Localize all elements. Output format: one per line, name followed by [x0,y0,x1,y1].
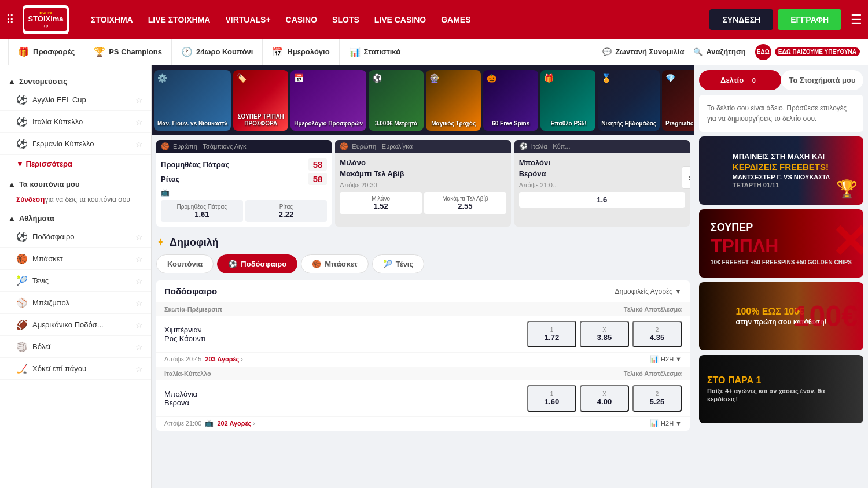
lm-odd-btn-1a[interactable]: Προμηθέας Πάτρας 1.61 [161,200,243,222]
fav-star-baseball[interactable]: ☆ [135,298,143,308]
promo-banner-1[interactable]: ΜΠΑΙΝΕΙΣ ΣΤΗ ΜΑΧΗ ΚΑΙ ΚΕΡΔΙΖΕΙΣ FREEBETS… [699,136,863,205]
subnav-hmerologio[interactable]: 📅 Ημερολόγιο [263,39,339,65]
fav-star-icon[interactable]: ☆ [135,95,143,105]
sidebar-germany-label: Γερμανία Κύπελλο [32,139,94,148]
promo-card-super-tripli[interactable]: 🏷️ ΣΟΥΠΕΡ ΤΡΙΠΛΗΠΡΟΣΦΟΡΑ [233,70,288,131]
search-icon: 🔍 [693,47,703,56]
lm-team2-1: Ρίτας [161,175,179,183]
fav-star-tennis[interactable]: ☆ [135,276,143,286]
sidebar-item-efl[interactable]: ⚽ Αγγλία EFL Cup ☆ [0,89,151,111]
promo-card-nikitis[interactable]: 🏅 Νικητής Εβδομάδας [598,70,660,131]
odd-1-btn-2[interactable]: 1 1.60 [527,385,576,412]
tab-couponia[interactable]: Κουπόνια [156,254,214,273]
odd-X-btn[interactable]: X 3.85 [580,321,629,347]
promo-banner-4[interactable]: ΣΤΟ ΠΑΡΑ 1 Παίξε 4+ αγώνες και αν χάσεις… [699,355,863,423]
lm-body-1: Προμηθέας Πάτρας 58 Ρίτας 58 📺 Προμηθέας… [156,153,332,227]
lm-odd-btn-2a[interactable]: Μιλάνο 1.52 [340,192,422,214]
fav-star-icon-3[interactable]: ☆ [135,139,143,149]
subnav-prosfores[interactable]: 🎁 Προσφορές [8,39,84,65]
lm-odd-label-2a: Μιλάνο [342,195,420,202]
sidebar-item-tennis[interactable]: 🎾 Τένις ☆ [0,270,151,292]
promo-banner-3[interactable]: 100% ΕΩΣ 100€ στην πρώτη σου κατάθεση! 1… [699,282,863,350]
subnav-right: 💬 Ζωντανή Συνομιλία 🔍 Αναζήτηση ΕΔΩ ΕΔΩ … [602,44,860,60]
promo-card-hmerologio[interactable]: 📅 Ημερολόγιο Προσφορών [290,70,366,131]
search-item[interactable]: 🔍 Αναζήτηση [693,47,745,56]
grid-icon[interactable]: ⠿ [6,13,14,27]
odd-X-btn-2[interactable]: X 4.00 [580,385,629,412]
basketball-live-icon-2: 🏀 [340,142,348,150]
odd-1-btn[interactable]: 1 1.72 [527,321,576,347]
fav-star-basketball[interactable]: ☆ [135,254,143,264]
h2h-btn-2[interactable]: H2H ▼ [661,420,682,427]
nav-live-stoixima[interactable]: LIVE ΣΤΟΙΧΗΜΑ [142,12,216,28]
nav-virtuals[interactable]: VIRTUALS+ [219,12,276,28]
fav-star-hockey[interactable]: ☆ [135,364,143,374]
edw-item[interactable]: ΕΔΩ ΕΔΩ ΠΑΙΖΟΥΜΕ ΥΠΕΥΘΥΝΑ [755,44,860,60]
betslip-tab-my-bets[interactable]: Τα Στοιχήματά μου [781,70,863,90]
sport-header: Ποδόσφαιρο Δημοφιλείς Αγορές ▼ [156,280,690,302]
lm-odd-btn-2b[interactable]: Μακάμπι Τελ Αβίβ 2.55 [424,192,506,214]
shortcuts-header[interactable]: ▲ Συντομεύσεις [0,71,151,89]
main-layout: ▲ Συντομεύσεις ⚽ Αγγλία EFL Cup ☆ ⚽ Ιταλ… [0,65,868,488]
register-button[interactable]: ΕΓΓΡΑΦΗ [778,9,841,30]
logo[interactable]: nome STOiXima .gr [23,5,69,34]
login-button[interactable]: ΣΥΝΔΕΣΗ [709,9,773,30]
sidebar-item-hockey[interactable]: 🏒 Χόκεϊ επί πάγου ☆ [0,358,151,380]
chevron-up-icon: ▲ [8,77,16,86]
sidebar-item-volleyball[interactable]: 🏐 Βόλεϊ ☆ [0,336,151,358]
nav-slots[interactable]: SLOTS [326,12,365,28]
promo-card-ps-battles[interactable]: 🎁 Έπαθλο PS5! [540,70,595,131]
team1-2: Μπολόνια [164,390,523,398]
promo-card-magikos[interactable]: 🎡 Μαγικός Τροχός [426,70,481,131]
sidebar-item-germany-cup[interactable]: ⚽ Γερμανία Κύπελλο ☆ [0,133,151,155]
promo-banner-2[interactable]: ΣΟΥΠΕΡ ΤΡΙΠΛΗ 10€ FREEBET +50 FREESPINS … [699,209,863,278]
login-link[interactable]: Σύνδεση [16,195,45,204]
tab-basketball-label: Μπάσκετ [325,260,358,268]
tab-football[interactable]: ⚽ Ποδόσφαιρο [217,254,297,273]
h2h-btn-1[interactable]: H2H ▼ [661,356,682,363]
fav-star-amfoot[interactable]: ☆ [135,320,143,330]
nav-casino[interactable]: CASINO [280,12,323,28]
my-coupons-header[interactable]: ▲ Τα κουπόνια μου [0,173,151,192]
lm-odd-btn-1b[interactable]: Ρίτας 2.22 [245,200,328,222]
live-match-next-btn[interactable]: › [682,166,690,189]
promo-card-freespins[interactable]: 🎃 60 Free Spins [483,70,538,131]
clock-icon: 🕐 [181,46,193,57]
nav-stoixima[interactable]: ΣΤΟΙΧΗΜΑ [85,12,139,28]
sidebar-item-american-football[interactable]: 🏈 Αμερικάνικο Ποδόσ... ☆ [0,314,151,336]
sidebar-more-shortcuts[interactable]: ▼ Περισσότερα [0,155,151,173]
popular-markets-dropdown[interactable]: Δημοφιλείς Αγορές ▼ [615,287,682,295]
tab-basketball[interactable]: 🏀 Μπάσκετ [301,254,369,273]
promo-card-inner-2: 🏷️ ΣΟΥΠΕΡ ΤΡΙΠΛΗΠΡΟΣΦΟΡΑ [233,70,288,131]
tab-tennis[interactable]: 🎾 Τένις [372,254,424,273]
lm-odd-btn-3a[interactable]: 1.6 [519,192,685,208]
subnav-24wro[interactable]: 🕐 24ωρο Κουπόνι [172,39,263,65]
subnav-statistika[interactable]: 📊 Στατιστικά [340,39,411,65]
markets-link-1[interactable]: 203 Αγορές [205,356,239,363]
odd-2-btn-2[interactable]: 2 5.25 [632,385,682,412]
markets-link-2[interactable]: 202 Αγορές [217,420,251,427]
fav-star-football[interactable]: ☆ [135,232,143,242]
live-chat-item[interactable]: 💬 Ζωντανή Συνομιλία [602,47,684,56]
sidebar-item-baseball[interactable]: ⚾ Μπέιζμπολ ☆ [0,292,151,314]
fav-star-volleyball[interactable]: ☆ [135,342,143,352]
sports-header[interactable]: ▲ Αθλήματα [0,207,151,226]
fav-star-icon-2[interactable]: ☆ [135,117,143,127]
nav-live-casino[interactable]: LIVE CASINO [369,12,432,28]
hamburger-icon[interactable]: ☰ [851,12,862,27]
subnav-ps-champions[interactable]: 🏆 PS Champions [84,39,172,65]
sidebar-item-basketball[interactable]: 🏀 Μπάσκετ ☆ [0,248,151,270]
promo-card-ps-champions[interactable]: ⚙️ Μαν. Γιουν. vs Νιούκαστλ [154,70,231,131]
more-label: Περισσότερα [26,160,73,168]
nav-games[interactable]: GAMES [435,12,476,28]
popular-title: Δημοφιλή [170,236,219,249]
left-sidebar: ▲ Συντομεύσεις ⚽ Αγγλία EFL Cup ☆ ⚽ Ιταλ… [0,65,152,488]
odd-2-btn[interactable]: 2 4.35 [632,321,682,347]
promo-card-pragmatic[interactable]: 💎 Pragmatic Buy Bonus [662,70,694,131]
promo-card-3000[interactable]: ⚽ 3.000€ Μετρητά [369,70,424,131]
subnav-statistika-label: Στατιστικά [364,47,401,56]
lm-score1-1: 58 [308,158,328,171]
betslip-tab-active[interactable]: Δελτίο 0 [699,70,781,90]
sidebar-item-italy-cup[interactable]: ⚽ Ιταλία Κύπελλο ☆ [0,111,151,133]
sidebar-item-football[interactable]: ⚽ Ποδόσφαιρο ☆ [0,226,151,248]
